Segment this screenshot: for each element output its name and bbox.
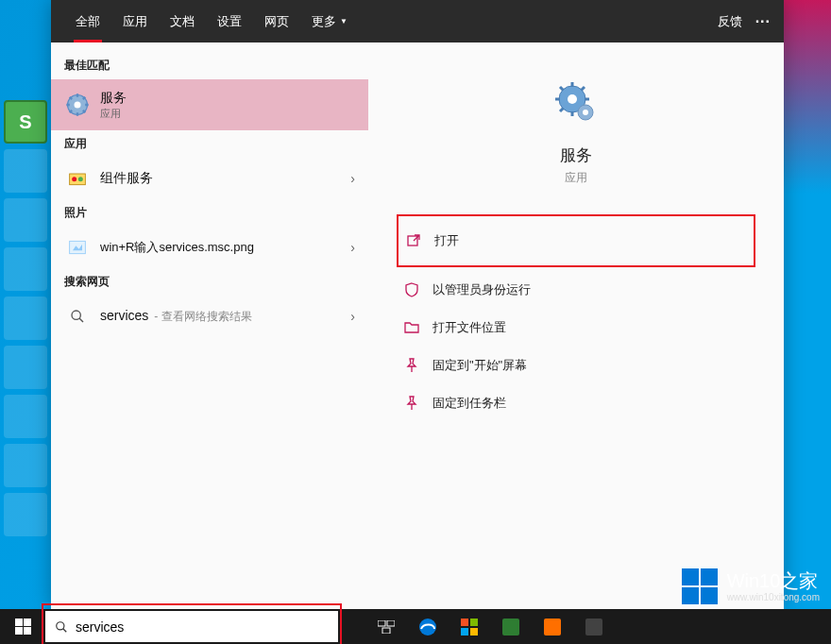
svg-rect-18	[382, 628, 390, 634]
taskbar	[0, 609, 831, 644]
component-icon	[64, 165, 91, 192]
search-icon	[64, 303, 91, 330]
svg-rect-23	[470, 628, 478, 636]
gear-icon	[553, 80, 599, 126]
image-icon	[64, 234, 91, 261]
taskbar-app-icon[interactable]	[533, 609, 572, 644]
action-label: 打开	[434, 232, 459, 249]
chevron-right-icon: ›	[350, 240, 355, 255]
svg-rect-16	[378, 620, 385, 626]
tab-all[interactable]: 全部	[64, 0, 111, 42]
search-input[interactable]	[76, 619, 329, 635]
tab-web[interactable]: 网页	[253, 0, 300, 42]
desktop-icon[interactable]	[4, 493, 47, 536]
pin-icon	[404, 358, 419, 373]
desktop-icon[interactable]	[4, 247, 47, 291]
svg-point-14	[57, 621, 64, 629]
hero-subtitle: 应用	[565, 170, 587, 186]
svg-point-1	[75, 102, 81, 109]
windows-logo-icon	[682, 568, 718, 604]
action-label: 打开文件位置	[432, 319, 506, 336]
desktop-icon[interactable]	[4, 297, 47, 340]
action-label: 固定到"开始"屏幕	[432, 357, 527, 374]
section-best-match: 最佳匹配	[51, 52, 368, 79]
action-open-location[interactable]: 打开文件位置	[397, 309, 755, 347]
svg-line-15	[63, 628, 67, 632]
action-label: 以管理员身份运行	[432, 281, 531, 298]
task-view-button[interactable]	[366, 609, 406, 644]
shield-icon	[404, 282, 419, 297]
desktop-icon[interactable]	[4, 444, 47, 487]
svg-rect-13	[408, 236, 417, 246]
more-options-button[interactable]: ···	[755, 13, 771, 30]
search-icon	[55, 620, 68, 634]
web-query: services	[100, 308, 148, 323]
section-photos: 照片	[51, 199, 368, 227]
tab-more-label: 更多	[312, 13, 336, 30]
svg-rect-21	[470, 619, 478, 626]
desktop-right-strip	[784, 0, 831, 644]
section-search-web: 搜索网页	[51, 268, 368, 296]
desktop-icon[interactable]	[4, 149, 47, 193]
taskbar-app-icon[interactable]	[574, 609, 614, 644]
section-apps: 应用	[51, 130, 368, 158]
tab-apps[interactable]: 应用	[111, 0, 159, 42]
search-results-panel: 全部 应用 文档 设置 网页 更多 ▼ 反馈 ··· 最佳匹配 服务 应用	[51, 0, 784, 609]
web-suffix: - 查看网络搜索结果	[154, 309, 251, 325]
result-title: 服务	[100, 90, 355, 107]
desktop-icon[interactable]	[4, 395, 47, 438]
desktop-icon[interactable]	[4, 346, 47, 389]
svg-point-4	[78, 177, 83, 181]
chevron-down-icon: ▼	[340, 17, 348, 25]
taskbar-app-icon[interactable]	[449, 609, 489, 644]
taskbar-search-box[interactable]	[45, 611, 338, 642]
svg-point-3	[72, 177, 76, 181]
svg-point-12	[583, 110, 588, 115]
svg-rect-2	[70, 174, 86, 185]
watermark: Win10之家 www.win10xitong.com	[682, 568, 820, 604]
search-tabs-bar: 全部 应用 文档 设置 网页 更多 ▼ 反馈 ···	[51, 0, 784, 42]
result-services-app[interactable]: 服务 应用	[51, 79, 368, 130]
open-icon	[406, 233, 421, 248]
action-open[interactable]: 打开	[399, 222, 754, 260]
result-title: win+R输入services.msc.png	[100, 239, 350, 256]
feedback-link[interactable]: 反馈	[718, 0, 742, 42]
watermark-url: www.win10xitong.com	[727, 592, 820, 603]
result-title: 组件服务	[100, 170, 350, 187]
pin-icon	[404, 396, 419, 411]
result-photo-item[interactable]: win+R输入services.msc.png ›	[51, 227, 368, 268]
action-run-as-admin[interactable]: 以管理员身份运行	[397, 271, 755, 309]
svg-point-10	[568, 94, 577, 104]
action-label: 固定到任务栏	[432, 395, 506, 412]
result-web-search[interactable]: services - 查看网络搜索结果 ›	[51, 296, 368, 337]
hero-title: 服务	[560, 144, 592, 166]
chevron-right-icon: ›	[350, 171, 355, 186]
desktop-icon-s[interactable]: S	[4, 100, 47, 144]
action-pin-taskbar[interactable]: 固定到任务栏	[397, 384, 755, 422]
results-left-column: 最佳匹配 服务 应用 应用 组件服务 › 照片	[51, 42, 368, 609]
windows-logo-icon	[15, 619, 31, 635]
result-subtitle: 应用	[100, 107, 355, 121]
gear-icon	[64, 92, 91, 118]
taskbar-edge-icon[interactable]	[408, 609, 448, 644]
watermark-title: Win10之家	[727, 569, 820, 592]
result-detail-column: 服务 应用 打开 以管理员身份运行	[368, 42, 784, 609]
desktop-icon[interactable]	[4, 198, 47, 242]
svg-rect-22	[461, 628, 468, 636]
result-component-services[interactable]: 组件服务 ›	[51, 158, 368, 199]
tab-settings[interactable]: 设置	[206, 0, 253, 42]
tab-more[interactable]: 更多 ▼	[300, 0, 359, 42]
svg-rect-20	[461, 619, 468, 626]
taskbar-app-icon[interactable]	[491, 609, 531, 644]
action-pin-start[interactable]: 固定到"开始"屏幕	[397, 347, 755, 384]
desktop-icons-column: S	[0, 0, 51, 609]
highlight-box: 打开	[397, 214, 755, 267]
svg-rect-17	[387, 620, 395, 626]
svg-line-8	[79, 318, 83, 322]
tab-documents[interactable]: 文档	[159, 0, 206, 42]
svg-point-7	[72, 311, 80, 319]
chevron-right-icon: ›	[350, 309, 355, 324]
folder-icon	[404, 320, 419, 335]
start-button[interactable]	[0, 609, 45, 644]
